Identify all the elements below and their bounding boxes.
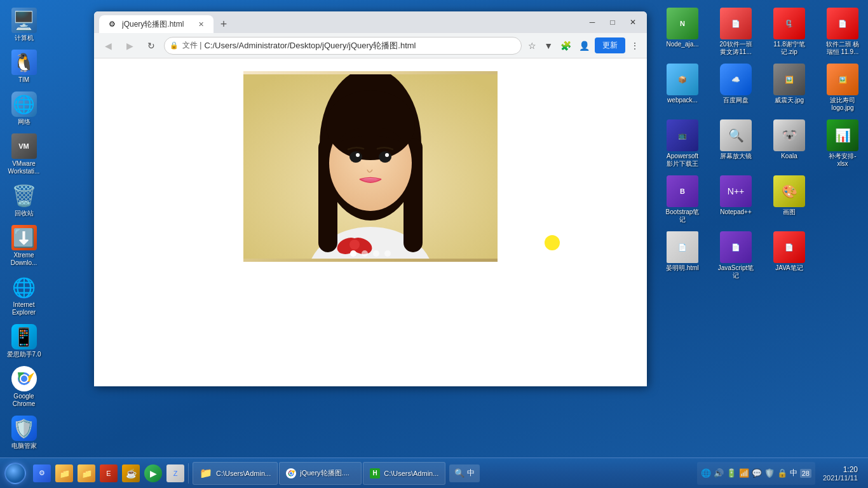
address-input[interactable]: 🔒 文件 | C:/Users/Administrator/Desktop/jQ…: [164, 37, 522, 55]
carousel-dot-1[interactable]: [350, 250, 356, 257]
desktop-icon-recycle[interactable]: 🗑️ 回收站: [3, 180, 46, 220]
excel-label: 补考安排-xlsx: [820, 152, 865, 168]
quick-software-icon[interactable]: ⚙: [32, 463, 52, 484]
desktop-icon-js[interactable]: 📄 JavaScript笔记: [710, 229, 761, 282]
tray-network-icon[interactable]: 🌐: [701, 468, 711, 478]
magnifier-label: 屏幕放大镜: [713, 152, 759, 160]
taskbar-search[interactable]: 🔍 中: [449, 464, 480, 482]
quick-pot-icon[interactable]: ▶: [143, 463, 163, 484]
js-icon: 📄: [720, 231, 752, 263]
excel-icon: 📊: [827, 119, 858, 151]
chrome-taskbar-icon: [286, 468, 296, 478]
zoom-icon: Z: [166, 464, 184, 482]
desktop-icon-chrome[interactable]: GoogleChrome: [3, 363, 46, 410]
weixie-icon: 🖼️: [773, 64, 805, 95]
paint-label: 画图: [766, 208, 812, 216]
filter-icon[interactable]: ▼: [541, 38, 555, 53]
minimize-button[interactable]: ─: [583, 16, 601, 29]
carousel-dot-4[interactable]: [384, 250, 391, 257]
class20-icon: 📄: [720, 8, 752, 39]
vmware-icon: VM: [11, 133, 37, 159]
aisi-label: 爱思助手7.0: [7, 351, 41, 358]
desktop-icon-koala[interactable]: 🐨 Koala: [764, 117, 815, 170]
quick-node-icon[interactable]: 📁: [54, 463, 74, 484]
close-button[interactable]: ✕: [624, 16, 642, 29]
tray-im-icon[interactable]: 💬: [752, 468, 762, 478]
title-bar: ⚙ jQuery轮播图.html ✕ + ─ □ ✕: [94, 11, 647, 33]
desktop-icon-network[interactable]: 🌐 网络: [3, 89, 46, 128]
desktop-icon-excel[interactable]: 📊 补考安排-xlsx: [817, 117, 868, 170]
desktop-icon-aisi[interactable]: 📱 爱思助手7.0: [3, 322, 46, 361]
svg-point-8: [349, 240, 360, 250]
desktop-icon-webpack[interactable]: 📦 webpack...: [657, 61, 708, 114]
desktop-icon-computer[interactable]: 🖥️ 计算机: [3, 5, 46, 44]
tray-lang-icon[interactable]: 中: [790, 468, 797, 478]
tray-shield-icon[interactable]: 🛡️: [764, 468, 775, 478]
soft2-label: 软件二班 杨瑞恒 11.9...: [820, 41, 865, 56]
tray-battery-icon[interactable]: 🔋: [726, 468, 736, 478]
desktop-icon-java[interactable]: 📄 JAVA笔记: [764, 229, 815, 282]
node-folder-icon: 📁: [55, 464, 73, 482]
address-url: C:/Users/Administrator/Desktop/jQuery/jQ…: [204, 40, 416, 51]
desktop-icon-node[interactable]: N Node_aja...: [657, 5, 708, 58]
desktop-icon-magnifier[interactable]: 🔍 屏幕放大镜: [710, 117, 761, 170]
quick-zoom-icon[interactable]: Z: [165, 463, 186, 484]
account-icon[interactable]: 👤: [576, 38, 592, 53]
recycle-icon: 🗑️: [11, 183, 37, 208]
desktop-icon-tim[interactable]: 🐧 TIM: [3, 47, 46, 86]
browser-tab[interactable]: ⚙ jQuery轮播图.html ✕: [99, 15, 214, 33]
baidu-icon: ☁️: [720, 64, 752, 95]
bookmark-icon[interactable]: ☆: [526, 38, 539, 53]
new-tab-button[interactable]: +: [215, 15, 233, 33]
address-actions: ☆ ▼ 🧩 👤 更新 ⋮: [526, 37, 642, 53]
desktop-icon-paint[interactable]: 🎨 画图: [764, 173, 815, 226]
taskbar-item-explorer[interactable]: 📁 C:\Users\Admin...: [193, 462, 278, 485]
explorer-taskbar-icon: 📁: [200, 467, 212, 479]
desktop-icon-vmware[interactable]: VM VMwareWorkstati...: [3, 131, 46, 178]
update-button[interactable]: 更新: [595, 37, 625, 53]
recycle-label: 回收站: [15, 210, 34, 217]
desktop-icon-apowersoft[interactable]: 📺 Apowersoft影片下载王: [657, 117, 708, 170]
system-clock[interactable]: 1:20 2021/11/11: [818, 465, 863, 482]
aisi-icon: 📱: [11, 324, 37, 349]
software-icon: ⚙: [33, 464, 51, 482]
tray-speaker-icon[interactable]: 🔊: [714, 468, 724, 478]
desktop-icon-xtreme[interactable]: ⬇️ XtremeDownlo...: [3, 222, 46, 269]
tray-signal-icon[interactable]: 📶: [739, 468, 749, 478]
him-taskbar-label: C:\Users\Admin...: [384, 470, 438, 477]
desktop-icon-class20[interactable]: 📄 20软件一班黄文涛11...: [710, 5, 761, 58]
quick-java-icon[interactable]: ☕: [121, 463, 141, 484]
desktop-icon-ie[interactable]: 🌐 InternetExplorer: [3, 272, 46, 319]
maximize-button[interactable]: □: [604, 16, 621, 29]
refresh-button[interactable]: ↻: [142, 37, 160, 55]
carousel-dot-2[interactable]: [362, 250, 368, 257]
taskbar-search-icon: 🔍: [454, 468, 465, 478]
desktop-icon-dj[interactable]: 🛡️ 电脑管家: [3, 413, 46, 452]
computer-label: 计算机: [15, 34, 34, 42]
start-button[interactable]: [3, 461, 28, 486]
desktop-icon-baidu[interactable]: ☁️ 百度网盘: [710, 61, 761, 114]
address-bar: ◀ ▶ ↻ 🔒 文件 | C:/Users/Administrator/Desk…: [94, 33, 647, 58]
desktop-icon-zip[interactable]: 🗜️ 11.8谢宁笔记.zip: [764, 5, 815, 58]
forward-button[interactable]: ▶: [121, 37, 139, 55]
extension-icon[interactable]: 🧩: [558, 38, 574, 53]
back-button[interactable]: ◀: [99, 37, 117, 55]
desktop-icon-bootstrap[interactable]: B Bootstrap笔记: [657, 173, 708, 226]
tray-lock-icon[interactable]: 🔒: [777, 468, 787, 478]
tim-label: TIM: [18, 76, 29, 84]
desktop-icon-soft2[interactable]: 📄 软件二班 杨瑞恒 11.9...: [817, 5, 868, 58]
quick-editplus-icon[interactable]: E: [98, 463, 119, 484]
desktop-icon-notepad[interactable]: N++ Notepad++: [710, 173, 761, 226]
desktop-icon-html[interactable]: 📄 晏明明.html: [657, 229, 708, 282]
menu-icon[interactable]: ⋮: [628, 38, 642, 53]
taskbar-item-him[interactable]: H C:\Users\Admin...: [363, 462, 445, 485]
quick-monitor-icon[interactable]: 📁: [76, 463, 97, 484]
svg-point-14: [349, 151, 362, 163]
desktop-icon-boshi[interactable]: 🖼️ 波比寿司logo.jpg: [817, 61, 868, 114]
editplus-icon: E: [100, 464, 118, 482]
desktop-icon-weixie[interactable]: 🖼️ 威震天.jpg: [764, 61, 815, 114]
carousel-dot-3[interactable]: [373, 250, 379, 257]
svg-point-3: [21, 376, 27, 382]
tab-close-button[interactable]: ✕: [196, 19, 206, 29]
taskbar-item-chrome[interactable]: jQuery轮播图....: [279, 462, 362, 485]
